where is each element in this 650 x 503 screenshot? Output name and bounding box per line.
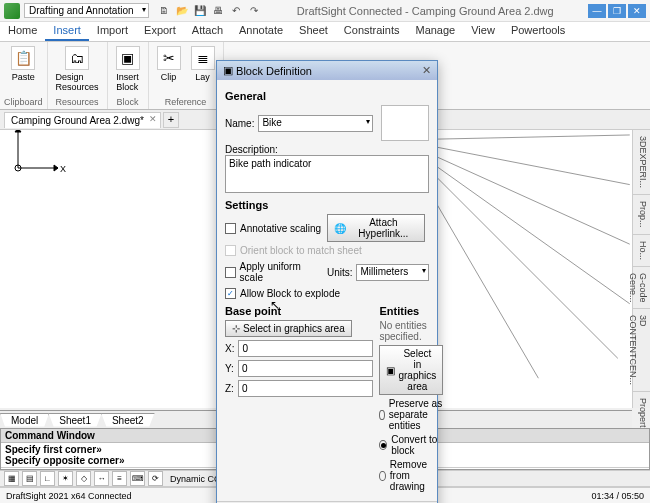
close-icon[interactable]: ✕ [628,4,646,18]
design-resources-button[interactable]: 🗂Design Resources [52,44,103,94]
cycle-icon[interactable]: ⟳ [148,471,163,486]
units-label: Units: [327,267,353,278]
y-input[interactable] [238,360,374,377]
minimize-icon[interactable]: — [588,4,606,18]
tab-import[interactable]: Import [89,22,136,41]
tab-sheet[interactable]: Sheet [291,22,336,41]
lwt-icon[interactable]: ≡ [112,471,127,486]
paste-button[interactable]: 📋Paste [4,44,43,84]
remove-radio[interactable]: Remove from drawing [379,459,443,492]
etrack-icon[interactable]: ↔ [94,471,109,486]
allow-explode-check[interactable]: ✓Allow Block to explode [225,288,429,299]
stab-sheet2[interactable]: Sheet2 [101,413,155,427]
group-resources: Resources [52,97,103,107]
document-tab[interactable]: Camping Ground Area 2.dwg*✕ [4,112,161,128]
maximize-icon[interactable]: ❐ [608,4,626,18]
rtab-3dcontent[interactable]: 3D CONTENTCEN... [633,309,650,392]
uniform-scale-check[interactable]: Apply uniform scale [225,261,323,283]
tab-insert[interactable]: Insert [45,22,89,41]
orient-check: Orient block to match sheet [225,245,429,256]
annotative-check[interactable]: Annotative scaling [225,223,323,234]
tab-view[interactable]: View [463,22,503,41]
group-block: Block [112,97,144,107]
z-label: Z: [225,383,234,394]
ortho-icon[interactable]: ∟ [40,471,55,486]
open-icon[interactable]: 📂 [175,4,189,18]
tab-export[interactable]: Export [136,22,184,41]
status-left: DraftSight 2021 x64 Connected [6,491,132,501]
units-combo[interactable]: Millimeters [356,264,429,281]
tab-annotate[interactable]: Annotate [231,22,291,41]
rtab-gcode[interactable]: G-code Gene... [633,267,650,310]
block-definition-dialog: ▣ Block Definition ✕ General Name: Bike … [216,60,438,503]
save-icon[interactable]: 💾 [193,4,207,18]
rtab-prop[interactable]: Prop... [633,195,650,235]
ribbon-tabs: Home Insert Import Export Attach Annotat… [0,22,650,42]
attach-hyperlink-button[interactable]: 🌐Attach Hyperlink... [327,214,425,242]
z-input[interactable] [238,380,374,397]
dialog-title[interactable]: ▣ Block Definition ✕ [217,61,437,80]
new-icon[interactable]: 🗎 [157,4,171,18]
snap-icon[interactable]: ▦ [4,471,19,486]
block-preview [381,105,429,141]
tab-constraints[interactable]: Constraints [336,22,408,41]
svg-text:X: X [60,164,66,174]
section-basepoint: Base point [225,305,373,317]
pick-icon: ⊹ [232,323,240,334]
x-label: X: [225,343,234,354]
app-title: DraftSight Connected - Camping Ground Ar… [263,5,588,17]
close-tab-icon[interactable]: ✕ [149,114,157,124]
app-logo [4,3,20,19]
convert-radio[interactable]: Convert to block [379,434,443,456]
x-input[interactable] [238,340,373,357]
name-label: Name: [225,118,254,129]
dialog-icon: ▣ [223,64,233,77]
right-panel-tabs: 3DEXPERI... Prop... Ho... G-code Gene...… [632,130,650,408]
preserve-radio[interactable]: Preserve as separate entities [379,398,443,431]
workspace-combo[interactable]: Drafting and Annotation [24,3,149,18]
select-basepoint-button[interactable]: ⊹Select in graphics area [225,320,352,337]
section-general: General [225,90,429,102]
stab-model[interactable]: Model [0,413,49,427]
dialog-close-icon[interactable]: ✕ [422,64,431,77]
redo-icon[interactable]: ↷ [247,4,261,18]
print-icon[interactable]: 🖶 [211,4,225,18]
undo-icon[interactable]: ↶ [229,4,243,18]
tab-powertools[interactable]: Powertools [503,22,573,41]
stab-sheet1[interactable]: Sheet1 [48,413,102,427]
tab-attach[interactable]: Attach [184,22,231,41]
desc-label: Description: [225,144,429,155]
y-label: Y: [225,363,234,374]
group-clipboard: Clipboard [4,97,43,107]
polar-icon[interactable]: ✶ [58,471,73,486]
insert-block-button[interactable]: ▣Insert Block [112,44,144,94]
group-reference: Reference [153,97,219,107]
title-bar: Drafting and Annotation 🗎 📂 💾 🖶 ↶ ↷ Draf… [0,0,650,22]
tab-home[interactable]: Home [0,22,45,41]
rtab-3dexp[interactable]: 3DEXPERI... [633,130,650,195]
name-combo[interactable]: Bike [258,115,373,132]
tab-manage[interactable]: Manage [407,22,463,41]
no-entities-label: No entities specified. [379,320,443,342]
clip-button[interactable]: ✂Clip [153,44,185,84]
select-icon: ▣ [386,365,395,376]
section-entities: Entities [379,305,443,317]
status-time: 01:34 / 05:50 [591,491,644,501]
select-entities-button[interactable]: ▣Select in graphics area [379,345,443,395]
esnap-icon[interactable]: ◇ [76,471,91,486]
description-input[interactable]: Bike path indicator [225,155,429,193]
globe-icon: 🌐 [334,223,346,234]
qinput-icon[interactable]: ⌨ [130,471,145,486]
rtab-ho[interactable]: Ho... [633,235,650,267]
section-settings: Settings [225,199,429,211]
new-tab-button[interactable]: + [163,112,179,128]
layer-button[interactable]: ≣Lay [187,44,219,84]
grid-icon[interactable]: ▤ [22,471,37,486]
